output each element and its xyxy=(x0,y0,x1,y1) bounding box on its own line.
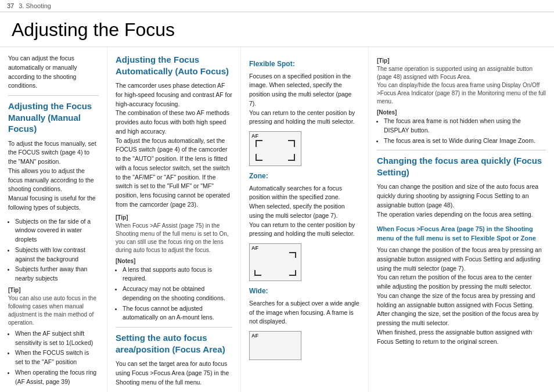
focus-corner-tr xyxy=(288,140,295,147)
col2-section3-heading: Setting the auto focus area/position (Fo… xyxy=(116,332,232,355)
col2-section2-body: The camcorder uses phase detection AF fo… xyxy=(116,81,232,210)
col1-bullet-1: Subjects on the far side of a window cov… xyxy=(15,217,99,244)
zone-corner-br xyxy=(289,270,296,276)
wide-af-label: AF xyxy=(251,333,258,339)
col1-tip-bullets: When the AF subject shift sensitivity is… xyxy=(8,329,99,387)
wide-body: Searches for a subject over a wide angle… xyxy=(249,299,360,326)
wide-diagram: AF xyxy=(249,331,301,360)
page-number: 37 xyxy=(7,2,14,9)
wide-heading: Wide: xyxy=(249,287,360,296)
section-label: 3. Shooting xyxy=(19,2,51,9)
focus-corner-tl xyxy=(256,140,262,147)
col4-changing-heading: Changing the focus area quickly (Focus S… xyxy=(377,155,546,178)
col1-tip-bullet-3: When operating the focus ring (AF Assist… xyxy=(15,368,99,387)
col2: Adjusting the Focus Automatically (Auto … xyxy=(107,47,241,392)
col1-bullets: Subjects on the far side of a window cov… xyxy=(8,217,99,283)
main-title: Adjusting the Focus xyxy=(0,12,554,47)
zone-corner-bl xyxy=(254,270,261,276)
flexible-spot-diagram: AF xyxy=(249,131,301,166)
col4-sub-heading: When Focus >Focus Area (page 75) in the … xyxy=(377,225,546,243)
col1-bullet-3: Subjects further away than nearby subjec… xyxy=(15,265,99,283)
col2-tip-label: [Tip] xyxy=(116,214,232,221)
zone-af-label: AF xyxy=(251,245,258,251)
page-container: 37 3. Shooting Adjusting the Focus You c… xyxy=(0,0,554,392)
focus-corner-bl xyxy=(256,154,262,161)
col4-sub-body: You can change the position of the focus… xyxy=(377,246,546,346)
col2-notes-bullets: A lens that supports auto focus is requi… xyxy=(116,265,232,323)
col1-section1-body: To adjust the focus manually, set the FO… xyxy=(8,139,99,213)
col1: You can adjust the focus automatically o… xyxy=(0,47,107,392)
col1-tip-label: [Tip] xyxy=(8,287,99,293)
col3: Flexible Spot: Focuses on a specified po… xyxy=(241,47,369,392)
col2-notes-label: [Notes] xyxy=(116,258,232,264)
flexible-spot-heading: Flexible Spot: xyxy=(249,60,360,69)
flexible-spot-af-label: AF xyxy=(251,133,258,139)
col2-divider xyxy=(116,327,232,328)
col2-notes-bullet-2: Accuracy may not be obtained depending o… xyxy=(123,285,232,303)
col1-section1-heading: Adjusting the Focus Manually (Manual Foc… xyxy=(8,100,99,135)
col2-tip-text: When Focus >AF Assist (page 75) in the S… xyxy=(116,222,232,254)
col2-section2-heading: Adjusting the Focus Automatically (Auto … xyxy=(116,54,232,77)
content-area: You can adjust the focus automatically o… xyxy=(0,47,554,392)
col2-notes-bullet-1: A lens that supports auto focus is requi… xyxy=(123,265,232,284)
col4-divider xyxy=(377,150,546,150)
top-bar: 37 3. Shooting xyxy=(0,0,554,12)
col1-bullet-2: Subjects with low contrast against the b… xyxy=(15,246,99,264)
col4-tip-label: [Tip] xyxy=(377,57,546,64)
col4: [Tip] The same operation is supported us… xyxy=(369,47,554,392)
zone-heading: Zone: xyxy=(249,172,360,181)
col1-intro: You can adjust the focus automatically o… xyxy=(8,54,99,91)
col4-notes-bullet-2: The focus area is set to Wide during Cle… xyxy=(384,136,546,146)
col1-divider xyxy=(8,95,99,96)
col1-tip-text: You can also use auto focus in the follo… xyxy=(8,294,99,327)
col4-notes-bullet-1: The focus area frame is not hidden when … xyxy=(384,117,546,135)
zone-corner-tr xyxy=(289,252,296,258)
zone-body: Automatically searches for a focus posit… xyxy=(249,184,360,239)
col4-notes-label: [Notes] xyxy=(377,109,546,116)
flexible-spot-body: Focuses on a specified position in the i… xyxy=(249,72,360,127)
col1-tip-bullet-1: When the AF subject shift sensitivity is… xyxy=(15,329,99,348)
col1-tip-bullet-2: When the FOCUS switch is set to the "AF"… xyxy=(15,348,99,367)
col2-section3-body: You can set the target area for auto foc… xyxy=(116,359,232,387)
zone-diagram: AF xyxy=(249,243,301,281)
col4-changing-body: You can change the position and size of … xyxy=(377,182,546,219)
focus-corner-br xyxy=(288,154,295,161)
col4-tip-text: The same operation is supported using an… xyxy=(377,65,546,106)
col4-notes-bullets: The focus area frame is not hidden when … xyxy=(377,117,546,145)
col2-notes-bullet-3: The focus cannot be adjusted automatical… xyxy=(123,304,232,323)
